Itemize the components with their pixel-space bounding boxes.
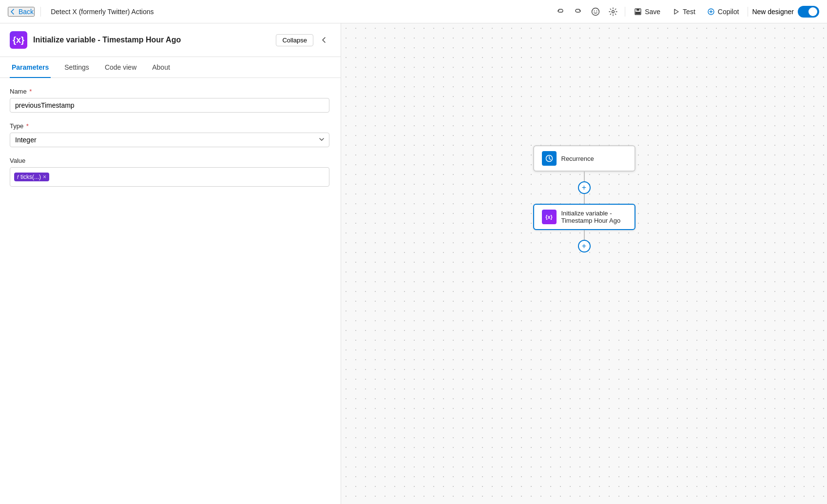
flow-add-button-2[interactable]: +	[578, 240, 591, 252]
flow-add-icon: +	[582, 184, 586, 192]
save-label: Save	[645, 8, 660, 16]
tab-about[interactable]: About	[150, 58, 172, 78]
type-select-wrapper: Array Boolean Float Integer Object Strin…	[10, 133, 329, 147]
init-variable-node-label: Initialize variable -Timestamp Hour Ago	[561, 210, 621, 224]
topbar: Back Detect X (formerly Twitter) Actions	[0, 0, 827, 23]
new-designer-switch[interactable]	[798, 6, 819, 18]
name-input[interactable]	[10, 98, 329, 113]
tabs: Parameters Settings Code view About	[0, 57, 341, 78]
flow-connector-1: +	[578, 172, 591, 204]
panel-header-actions: Collapse	[276, 33, 331, 47]
svg-point-0	[592, 8, 599, 15]
test-button[interactable]: Test	[667, 4, 700, 19]
type-required-marker: *	[24, 122, 29, 130]
value-group: Value f ticks(...) ×	[10, 157, 331, 187]
init-variable-node[interactable]: {x} Initialize variable -Timestamp Hour …	[533, 204, 635, 230]
tab-code-view[interactable]: Code view	[103, 58, 138, 78]
panel-close-button[interactable]	[317, 33, 331, 47]
topbar-actions: Save Test Copilot New designer	[553, 4, 819, 19]
redo-button[interactable]	[570, 4, 586, 19]
topbar-divider-1	[40, 7, 41, 17]
new-designer-toggle: New designer	[752, 6, 819, 18]
value-field[interactable]: f ticks(...) ×	[10, 167, 329, 187]
recurrence-node-label: Recurrence	[561, 155, 594, 162]
tag-function-icon: f	[17, 174, 19, 180]
tab-settings[interactable]: Settings	[62, 58, 91, 78]
copilot-button[interactable]: Copilot	[702, 4, 744, 19]
tag-text: ticks(...)	[20, 174, 41, 180]
flow-container: Recurrence + {x} Initialize variable -Ti…	[533, 145, 635, 252]
left-panel: {x} Initialize variable - Timestamp Hour…	[0, 23, 341, 504]
back-button[interactable]: Back	[8, 7, 35, 17]
svg-rect-5	[636, 9, 639, 11]
recurrence-node[interactable]: Recurrence	[533, 145, 635, 172]
undo-button[interactable]	[553, 4, 568, 19]
name-group: Name *	[10, 88, 331, 113]
flow-add-button-1[interactable]: +	[578, 181, 591, 194]
svg-point-3	[612, 10, 615, 13]
settings-button[interactable]	[605, 4, 621, 19]
panel-header: {x} Initialize variable - Timestamp Hour…	[0, 23, 341, 57]
panel-title: Initialize variable - Timestamp Hour Ago	[33, 36, 181, 44]
value-label: Value	[10, 157, 331, 164]
recurrence-node-icon	[542, 151, 557, 166]
main-layout: {x} Initialize variable - Timestamp Hour…	[0, 23, 827, 504]
canvas-area: Recurrence + {x} Initialize variable -Ti…	[341, 23, 827, 504]
flow-line-3	[584, 230, 585, 240]
flow-connector-2: +	[578, 230, 591, 252]
init-variable-node-icon: {x}	[542, 210, 557, 224]
flow-line-1	[584, 172, 585, 181]
type-select[interactable]: Array Boolean Float Integer Object Strin…	[10, 133, 329, 147]
svg-rect-6	[635, 12, 640, 14]
panel-icon-text: {x}	[13, 35, 24, 45]
test-label: Test	[683, 8, 695, 16]
new-designer-label: New designer	[752, 8, 794, 16]
copilot-label: Copilot	[718, 8, 739, 16]
type-group: Type * Array Boolean Float Integer Objec…	[10, 122, 331, 147]
right-panel: Recurrence + {x} Initialize variable -Ti…	[341, 23, 827, 504]
back-label: Back	[19, 8, 34, 16]
type-label: Type *	[10, 122, 331, 130]
panel-title-area: {x} Initialize variable - Timestamp Hour…	[10, 31, 181, 49]
collapse-button[interactable]: Collapse	[276, 34, 313, 46]
name-label: Name *	[10, 88, 331, 95]
value-tag: f ticks(...) ×	[14, 173, 49, 181]
topbar-title: Detect X (formerly Twitter) Actions	[51, 8, 549, 16]
tab-parameters[interactable]: Parameters	[10, 58, 51, 78]
feedback-button[interactable]	[588, 4, 603, 19]
name-required-marker: *	[28, 88, 32, 95]
topbar-divider-2	[625, 7, 625, 17]
svg-point-1	[594, 10, 595, 11]
init-variable-icon-text: {x}	[545, 214, 553, 220]
flow-line-2	[584, 194, 585, 204]
panel-icon: {x}	[10, 31, 27, 49]
save-button[interactable]: Save	[629, 4, 665, 19]
topbar-divider-3	[748, 7, 748, 17]
tag-close-button[interactable]: ×	[43, 174, 46, 180]
svg-point-2	[596, 10, 597, 11]
flow-add-icon-2: +	[582, 242, 586, 250]
form-content: Name * Type * Array Boolean Float Intege…	[0, 78, 341, 196]
